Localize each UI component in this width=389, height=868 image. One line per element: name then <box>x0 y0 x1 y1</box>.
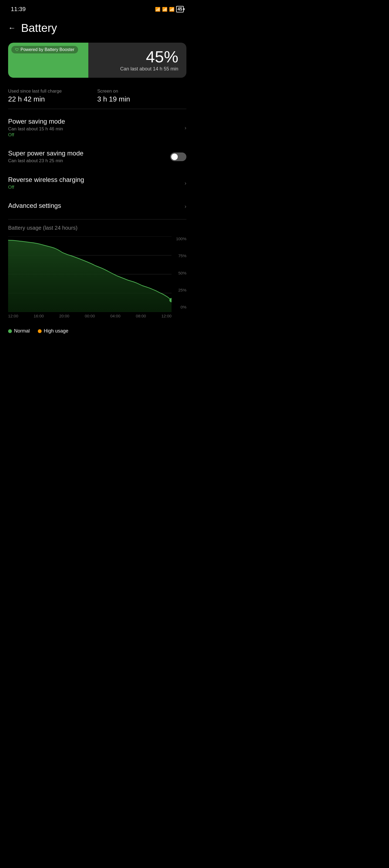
toggle-knob <box>171 154 178 160</box>
x-label-1200-pm: 12:00 <box>161 314 171 318</box>
y-label-50: 50% <box>171 271 186 275</box>
reverse-wireless-status: Off <box>8 185 185 190</box>
advanced-settings-item[interactable]: Advanced settings › <box>0 196 194 216</box>
x-label-0400: 04:00 <box>110 314 120 318</box>
screen-on-value: 3 h 19 min <box>97 95 186 103</box>
settings-list: Power saving mode Can last about 15 h 46… <box>0 109 194 219</box>
used-since-label: Used since last full charge <box>8 89 97 94</box>
page-title: Battery <box>21 22 57 35</box>
advanced-settings-title: Advanced settings <box>8 202 185 210</box>
chevron-right-icon-3: › <box>185 203 186 210</box>
chart-fill <box>8 240 171 312</box>
normal-label: Normal <box>14 328 30 334</box>
power-saving-mode-item[interactable]: Power saving mode Can last about 15 h 46… <box>0 112 194 144</box>
chevron-right-icon-2: › <box>185 180 186 186</box>
battery-card: 🛡 Powered by Battery Booster 45% Can las… <box>8 43 186 78</box>
signal-icon: 📶 <box>169 7 174 12</box>
y-label-25: 25% <box>171 288 186 292</box>
super-power-saving-toggle[interactable] <box>170 153 186 161</box>
status-bar: 11:39 📶 📶 📶 45 <box>0 0 194 16</box>
x-label-2000: 20:00 <box>59 314 70 318</box>
reverse-wireless-title: Reverse wireless charging <box>8 176 185 184</box>
usage-stats: Used since last full charge 22 h 42 min … <box>0 83 194 109</box>
chevron-right-icon: › <box>185 125 186 131</box>
shield-icon: 🛡 <box>15 48 19 52</box>
call-icon: 📶 <box>162 7 167 12</box>
page-header: ← Battery <box>0 16 194 40</box>
y-label-75: 75% <box>171 253 186 258</box>
battery-percent: 45% <box>120 49 178 65</box>
y-label-100: 100% <box>171 237 186 241</box>
chart-container: 100% 75% 50% 25% 0% <box>8 237 186 323</box>
battery-can-last: Can last about 14 h 55 min <box>120 66 178 72</box>
back-button[interactable]: ← <box>8 24 16 32</box>
battery-booster-badge: 🛡 Powered by Battery Booster <box>11 46 78 54</box>
reverse-wireless-charging-item[interactable]: Reverse wireless charging Off › <box>0 170 194 196</box>
x-label-0000: 00:00 <box>85 314 95 318</box>
battery-chart-svg <box>8 237 171 312</box>
power-saving-status: Off <box>8 132 185 138</box>
used-since-value: 22 h 42 min <box>8 95 97 103</box>
chart-legend: Normal High usage <box>0 323 194 342</box>
x-label-1600: 16:00 <box>34 314 44 318</box>
normal-dot <box>8 329 12 333</box>
screen-on-label: Screen on <box>97 89 186 94</box>
battery-info: 45% Can last about 14 h 55 min <box>120 49 178 72</box>
chart-section: Battery usage (last 24 hours) 100% 75% 5… <box>0 219 194 342</box>
status-icons: 📶 📶 📶 45 <box>155 6 184 12</box>
booster-label: Powered by Battery Booster <box>21 47 74 52</box>
chart-x-labels: 12:00 16:00 20:00 00:00 04:00 08:00 12:0… <box>8 312 186 318</box>
legend-high-usage: High usage <box>38 328 68 334</box>
y-label-0: 0% <box>171 305 186 309</box>
super-power-saving-subtitle: Can last about 23 h 25 min <box>8 158 170 163</box>
legend-normal: Normal <box>8 328 30 334</box>
used-since-stat: Used since last full charge 22 h 42 min <box>8 89 97 103</box>
high-usage-label: High usage <box>44 328 68 334</box>
status-time: 11:39 <box>11 6 26 13</box>
battery-status-icon: 45 <box>176 6 184 12</box>
super-power-saving-title: Super power saving mode <box>8 150 170 157</box>
wifi-icon: 📶 <box>155 7 161 12</box>
power-saving-title: Power saving mode <box>8 118 185 125</box>
x-label-0800: 08:00 <box>136 314 146 318</box>
super-power-saving-item[interactable]: Super power saving mode Can last about 2… <box>0 144 194 170</box>
power-saving-subtitle: Can last about 15 h 46 min <box>8 126 185 132</box>
chart-title: Battery usage (last 24 hours) <box>0 225 194 237</box>
x-label-1200-am: 12:00 <box>8 314 18 318</box>
high-usage-dot <box>38 329 41 333</box>
screen-on-stat: Screen on 3 h 19 min <box>97 89 186 103</box>
